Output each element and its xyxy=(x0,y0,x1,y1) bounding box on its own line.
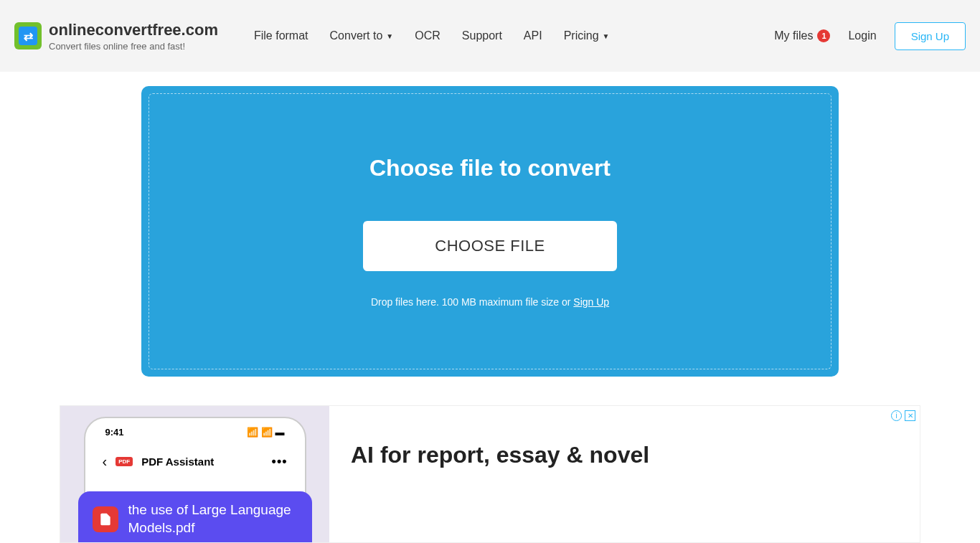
site-name: onlineconvertfree.com xyxy=(49,21,218,39)
site-tagline: Convert files online free and fast! xyxy=(49,41,218,52)
hint-text: Drop files here. 100 MB maximum file siz… xyxy=(371,296,573,308)
ad-phone-preview: 9:41 📶 📶 ▬ ‹ PDF PDF Assistant ••• xyxy=(60,406,329,542)
nav-ocr[interactable]: OCR xyxy=(415,29,440,42)
nav-api[interactable]: API xyxy=(524,29,542,42)
nav-label: API xyxy=(524,29,542,42)
signal-icon: 📶 xyxy=(247,427,258,438)
battery-icon: ▬ xyxy=(275,427,285,438)
ad-container[interactable]: 9:41 📶 📶 ▬ ‹ PDF PDF Assistant ••• xyxy=(60,405,920,543)
choose-file-button[interactable]: CHOOSE FILE xyxy=(363,221,616,271)
header-left: ⇄ onlineconvertfree.com Convert files on… xyxy=(14,21,609,52)
nav-label: File format xyxy=(254,29,308,42)
phone-status-bar: 9:41 📶 📶 ▬ xyxy=(100,427,291,438)
phone-mockup: 9:41 📶 📶 ▬ ‹ PDF PDF Assistant ••• xyxy=(84,417,306,542)
header-right: My files 1 Login Sign Up xyxy=(774,22,966,50)
ad-close-button[interactable]: ✕ xyxy=(905,410,915,421)
ad-controls: i ✕ xyxy=(891,410,915,421)
phone-time: 9:41 xyxy=(105,427,124,438)
pdf-badge-icon: PDF xyxy=(116,457,133,466)
nav-menu: File format Convert to ▼ OCR Support API… xyxy=(254,29,610,42)
phone-app-title: PDF Assistant xyxy=(141,455,214,468)
dropzone[interactable]: Choose file to convert CHOOSE FILE Drop … xyxy=(141,86,839,377)
my-files-link[interactable]: My files 1 xyxy=(774,29,830,42)
logo[interactable]: ⇄ onlineconvertfree.com Convert files on… xyxy=(14,21,218,52)
chevron-down-icon: ▼ xyxy=(603,32,610,40)
my-files-label: My files xyxy=(774,29,813,42)
nav-pricing[interactable]: Pricing ▼ xyxy=(564,29,610,42)
pdf-filename: the use of Large Language Models.pdf xyxy=(128,501,298,537)
login-link[interactable]: Login xyxy=(848,29,876,42)
ad-info-button[interactable]: i xyxy=(891,410,902,421)
dropzone-title: Choose file to convert xyxy=(369,155,611,181)
nav-label: Support xyxy=(462,29,502,42)
nav-label: Pricing xyxy=(564,29,599,42)
nav-convert-to[interactable]: Convert to ▼ xyxy=(330,29,394,42)
chevron-down-icon: ▼ xyxy=(386,32,393,40)
pdf-file-card: the use of Large Language Models.pdf xyxy=(78,491,312,542)
nav-label: OCR xyxy=(415,29,440,42)
phone-app-header: ‹ PDF PDF Assistant ••• xyxy=(100,453,291,470)
signup-button[interactable]: Sign Up xyxy=(895,22,966,50)
my-files-badge: 1 xyxy=(817,29,830,42)
hint-signup-link[interactable]: Sign Up xyxy=(573,296,609,308)
logo-text: onlineconvertfree.com Convert files onli… xyxy=(49,21,218,52)
back-icon: ‹ xyxy=(103,453,108,470)
more-icon: ••• xyxy=(272,454,288,469)
header: ⇄ onlineconvertfree.com Convert files on… xyxy=(0,0,980,72)
nav-support[interactable]: Support xyxy=(462,29,502,42)
phone-status-icons: 📶 📶 ▬ xyxy=(247,427,285,438)
pdf-file-icon xyxy=(93,506,118,532)
dropzone-hint: Drop files here. 100 MB maximum file siz… xyxy=(371,296,609,308)
nav-label: Convert to xyxy=(330,29,383,42)
ad-headline: AI for report, essay & novel xyxy=(351,442,898,468)
logo-icon: ⇄ xyxy=(14,22,42,49)
main: Choose file to convert CHOOSE FILE Drop … xyxy=(0,72,980,543)
ad-content: i ✕ AI for report, essay & novel xyxy=(329,406,920,542)
nav-file-format[interactable]: File format xyxy=(254,29,308,42)
wifi-icon: 📶 xyxy=(261,427,273,438)
